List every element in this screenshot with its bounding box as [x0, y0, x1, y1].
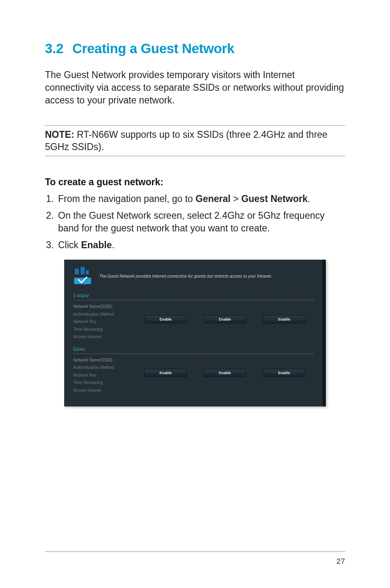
router-ui-panel: The Guest Network provides Internet conn…: [64, 260, 326, 406]
enable-button-2-4ghz-1[interactable]: Enable: [144, 315, 187, 323]
footer-rule: [45, 551, 345, 552]
step-3: Click Enable.: [56, 239, 345, 251]
step-2: On the Guest Network screen, select 2.4G…: [56, 209, 345, 235]
band-5ghz-labels: Network Name(SSID) Authentication Method…: [73, 357, 134, 395]
field-auth: Authentication Method: [73, 364, 134, 372]
band-title-2-4ghz: 2.4GHz: [73, 293, 314, 301]
field-key: Network Key: [73, 372, 134, 379]
band-5ghz: 5GHz Network Name(SSID) Authentication M…: [64, 343, 323, 397]
enable-button-5ghz-1[interactable]: Enable: [144, 369, 187, 377]
band-2-4ghz-labels: Network Name(SSID) Authentication Method…: [73, 303, 134, 341]
band-2-4ghz-buttons: Enable Enable Enable: [134, 303, 314, 323]
band-title-5ghz: 5GHz: [73, 347, 314, 354]
procedure-heading: To create a guest network:: [45, 177, 345, 188]
section-number: 3.2: [45, 41, 63, 56]
enable-button-2-4ghz-2[interactable]: Enable: [204, 315, 246, 323]
enable-button-5ghz-2[interactable]: Enable: [204, 369, 246, 377]
guest-network-icon: [73, 267, 92, 286]
note-label: NOTE:: [45, 129, 74, 140]
band-5ghz-buttons: Enable Enable Enable: [134, 357, 314, 377]
field-key: Network Key: [73, 318, 134, 326]
field-ssid: Network Name(SSID): [73, 303, 134, 311]
svg-rect-1: [81, 267, 85, 274]
svg-rect-2: [86, 270, 89, 274]
router-header: The Guest Network provides Internet conn…: [64, 260, 323, 290]
section-title: Creating a Guest Network: [72, 41, 234, 56]
note-box: NOTE: RT-N66W supports up to six SSIDs (…: [45, 125, 345, 156]
page-number: 27: [336, 557, 345, 566]
note-text: RT-N66W supports up to six SSIDs (three …: [45, 129, 327, 152]
field-time: Time Remaining: [73, 379, 134, 387]
step-list: From the navigation panel, go to General…: [45, 193, 345, 251]
field-intranet: Access Intranet: [73, 387, 134, 395]
field-ssid: Network Name(SSID): [73, 357, 134, 364]
field-auth: Authentication Method: [73, 311, 134, 319]
field-intranet: Access Intranet: [73, 333, 134, 341]
section-heading: 3.2Creating a Guest Network: [45, 41, 345, 56]
enable-button-2-4ghz-3[interactable]: Enable: [263, 315, 305, 323]
svg-rect-0: [75, 269, 79, 274]
enable-button-5ghz-3[interactable]: Enable: [263, 369, 305, 377]
step-1: From the navigation panel, go to General…: [56, 193, 345, 205]
router-description: The Guest Network provides Internet conn…: [99, 274, 272, 279]
intro-paragraph: The Guest Network provides temporary vis…: [45, 69, 345, 107]
band-2-4ghz: 2.4GHz Network Name(SSID) Authentication…: [64, 290, 323, 343]
field-time: Time Remaining: [73, 326, 134, 334]
